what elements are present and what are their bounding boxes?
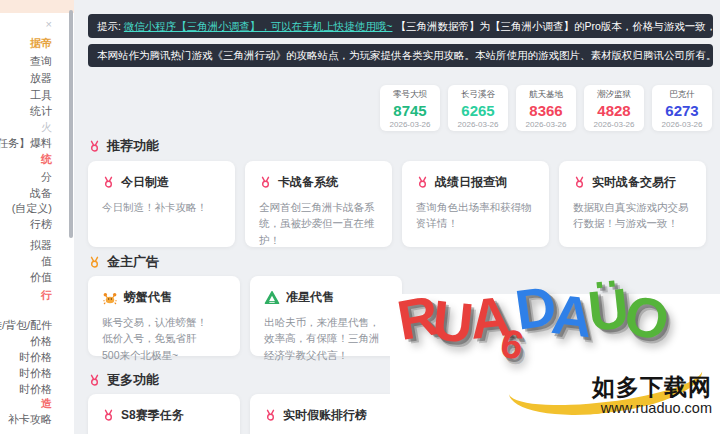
map-price-date: 2026-03-26 (652, 120, 712, 129)
medal-icon (102, 409, 115, 422)
feature-card-title: 今日制造 (121, 174, 169, 191)
sidebar-scrollbar[interactable] (69, 10, 73, 238)
map-price-date: 2026-03-26 (380, 120, 440, 129)
sidebar-item[interactable]: 时价格 (19, 350, 52, 365)
sidebar-item[interactable]: 时价格 (19, 382, 52, 397)
sidebar-item[interactable]: 统计 (30, 104, 52, 119)
logo-letter: O (620, 287, 673, 350)
section-title: 金主广告 (107, 253, 159, 271)
feature-card-today-craft[interactable]: 今日制造 今日制造！补卡攻略！ (88, 161, 235, 247)
notice-banner: 提示: 微信小程序【三角洲小调查】，可以在手机上快捷使用哦~ 【三角洲数据帝】为… (88, 14, 713, 38)
section-header-recommend: 推荐功能 (88, 137, 159, 155)
section-title: 推荐功能 (107, 137, 159, 155)
feature-card-title: 卡战备系统 (278, 174, 338, 191)
sidebar-item-shujudi[interactable]: 据帝 (30, 36, 52, 51)
map-price-value: 4828 (584, 102, 644, 119)
miniprogram-link[interactable]: 微信小程序【三角洲小调查】，可以在手机上快捷使用哦~ (124, 20, 393, 32)
ad-card-zhunxing[interactable]: 准星代售 出哈夫币，来准星代售，效率高，有保障！三角洲经济学教父代言！ (250, 276, 402, 356)
map-price-card-lingshidaba[interactable]: 零号大坝 8745 2026-03-26 (380, 85, 440, 131)
sidebar-item[interactable]: 值 (41, 254, 52, 269)
ruaduo-3d-logo: R U A 6 D A Ü O (398, 290, 669, 346)
section-header-sponsor: 金主广告 (88, 253, 159, 271)
crab-icon (102, 290, 118, 306)
sidebar-item[interactable]: 分 (41, 170, 52, 185)
sidebar-item[interactable]: × (46, 18, 52, 30)
disclaimer-text: 本网站作为腾讯热门游戏《三角洲行动》的攻略站点，为玩家提供各类实用攻略。本站所使… (97, 49, 713, 61)
notice-suffix: 【三角洲数据帝】为【三角洲小调查】的Pro版本，价格与游戏一致，数据实时更新! (392, 20, 713, 32)
map-price-value: 8366 (516, 102, 576, 119)
sidebar-item[interactable]: 火 (41, 120, 52, 135)
sidebar-item[interactable]: 价格 (30, 334, 52, 349)
feature-card-fake-leaderboard[interactable]: 实时假账排行榜 (250, 394, 402, 434)
ad-card-desc: 出哈夫币，来准星代售，效率高，有保障！三角洲经济学教父代言！ (264, 314, 388, 363)
ad-card-title: 螃蟹代售 (124, 289, 172, 306)
map-price-card-bakeshi[interactable]: 巴克什 6273 2026-03-26 (652, 85, 712, 131)
ad-card-title: 准星代售 (286, 289, 334, 306)
medal-icon (416, 176, 429, 189)
feature-card-desc: 查询角色出场率和获得物资详情！ (416, 199, 535, 232)
map-price-card-hangtianjidi[interactable]: 航天基地 8366 2026-03-26 (516, 85, 576, 131)
map-price-card-changgongxigu[interactable]: 长弓溪谷 6265 2026-03-26 (448, 85, 508, 131)
recommend-cards-row: 今日制造 今日制造！补卡攻略！ 卡战备系统 全网首创三角洲卡战备系统，虽被抄袭但… (88, 161, 706, 247)
medal-icon (88, 256, 101, 269)
sidebar-item[interactable]: 价值 (30, 270, 52, 285)
map-name: 长弓溪谷 (448, 89, 508, 101)
feature-card-title: 实时战备交易行 (592, 174, 676, 191)
sidebar-active-item-highlight[interactable] (0, 0, 74, 13)
map-price-value: 6265 (448, 102, 508, 119)
feature-card-daily-report[interactable]: 战绩日报查询 查询角色出场率和获得物资详情！ (402, 161, 549, 247)
map-price-date: 2026-03-26 (584, 120, 644, 129)
map-price-stats: 零号大坝 8745 2026-03-26 长弓溪谷 6265 2026-03-2… (380, 85, 712, 131)
map-name: 零号大坝 (380, 89, 440, 101)
sidebar-item[interactable]: 放器 (30, 71, 52, 86)
map-name: 航天基地 (516, 89, 576, 101)
page: × 据帝 查询 放器 工具 统计 火 任务】爆料 统 分 战备 (自定义) 行榜… (0, 0, 720, 434)
medal-icon (259, 176, 272, 189)
sidebar: × 据帝 查询 放器 工具 统计 火 任务】爆料 统 分 战备 (自定义) 行榜… (0, 0, 74, 434)
feature-card-desc: 今日制造！补卡攻略！ (102, 199, 221, 215)
sidebar-section-header[interactable]: 造 (41, 396, 52, 411)
map-price-date: 2026-03-26 (448, 120, 508, 129)
sidebar-item[interactable]: 工具 (30, 88, 52, 103)
watermark-site-name: 如多下载网 (592, 372, 712, 403)
feature-card-desc: 数据取自真实游戏内交易行数据！与游戏一致！ (573, 199, 692, 232)
feature-card-card-loadout[interactable]: 卡战备系统 全网首创三角洲卡战备系统，虽被抄袭但一直在维护！ (245, 161, 392, 247)
medal-icon (102, 176, 115, 189)
sidebar-item[interactable]: 补卡攻略 (8, 412, 52, 427)
medal-icon (573, 176, 586, 189)
ad-card-desc: 账号交易，认准螃蟹！ 低价入号，免氪省肝 500来个北极星~ (102, 314, 226, 363)
section-title: 更多功能 (107, 371, 159, 389)
feature-card-title: S8赛季任务 (121, 407, 184, 424)
sidebar-section-header[interactable]: 统 (41, 152, 52, 167)
section-header-more: 更多功能 (88, 371, 159, 389)
ad-card-crab[interactable]: 螃蟹代售 账号交易，认准螃蟹！ 低价入号，免氪省肝 500来个北极星~ (88, 276, 240, 356)
sidebar-item[interactable]: 战备 (30, 186, 52, 201)
sidebar-item[interactable]: 查询 (30, 54, 52, 69)
sidebar-item[interactable]: 拟器 (30, 238, 52, 253)
sidebar-item[interactable]: (自定义) (12, 201, 52, 216)
watermark-site-url: www.ruaduo.com (601, 400, 712, 416)
sidebar-item[interactable]: 时价格 (19, 366, 52, 381)
sidebar-section-header[interactable]: 行 (41, 288, 52, 303)
map-price-card-chaoxijianyu[interactable]: 潮汐监狱 4828 2026-03-26 (584, 85, 644, 131)
feature-card-desc: 全网首创三角洲卡战备系统，虽被抄袭但一直在维护！ (259, 199, 378, 248)
medal-icon (88, 374, 101, 387)
ruaduo-watermark: R U A 6 D A Ü O 如多下载网 www.ruaduo.com (390, 288, 720, 434)
notice-prefix: 提示: (97, 20, 124, 32)
feature-card-title: 战绩日报查询 (435, 174, 507, 191)
zhunxing-logo-icon (264, 290, 280, 306)
map-price-date: 2026-03-26 (516, 120, 576, 129)
feature-card-s8-season[interactable]: S8赛季任务 (88, 394, 240, 434)
feature-card-title: 实时假账排行榜 (283, 407, 367, 424)
sidebar-item[interactable]: 挂/背包/配件 (0, 318, 52, 333)
feature-card-market[interactable]: 实时战备交易行 数据取自真实游戏内交易行数据！与游戏一致！ (559, 161, 706, 247)
map-price-value: 6273 (652, 102, 712, 119)
sidebar-item[interactable]: 任务】爆料 (0, 136, 52, 151)
medal-icon (264, 409, 277, 422)
map-price-value: 8745 (380, 102, 440, 119)
more-cards-row: S8赛季任务 实时假账排行榜 (88, 394, 402, 434)
disclaimer-banner: 本网站作为腾讯热门游戏《三角洲行动》的攻略站点，为玩家提供各类实用攻略。本站所使… (88, 44, 713, 67)
map-name: 潮汐监狱 (584, 89, 644, 101)
medal-icon (88, 140, 101, 153)
sidebar-item[interactable]: 行榜 (30, 217, 52, 232)
